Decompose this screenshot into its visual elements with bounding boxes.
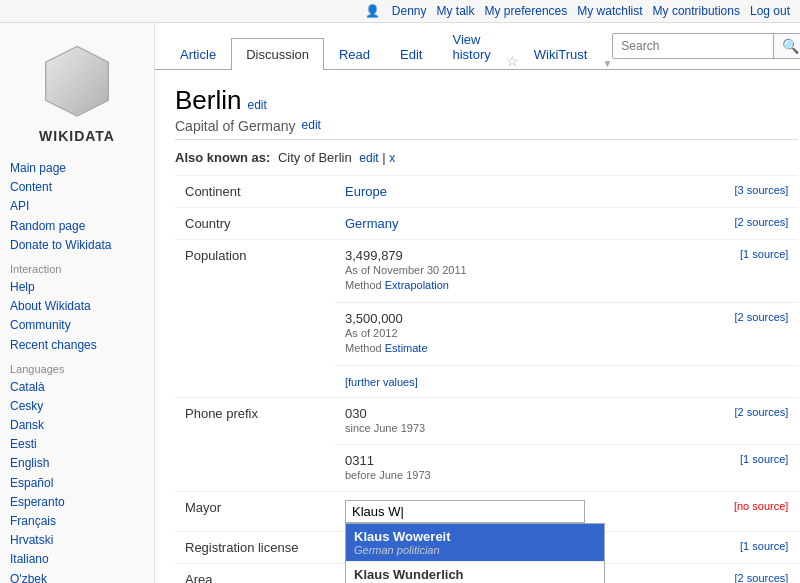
article-subtitle: Capital of Germany edit xyxy=(175,118,798,134)
sidebar-item-espanol[interactable]: Español xyxy=(10,474,144,493)
prop-sources-phone-1[interactable]: [2 sources] xyxy=(695,397,798,444)
sidebar-item-main-page[interactable]: Main page xyxy=(10,159,144,178)
search-input[interactable] xyxy=(613,35,773,57)
country-value[interactable]: Germany xyxy=(345,216,398,231)
phone-value-2: 0311 xyxy=(345,453,685,468)
prop-sources-area[interactable]: [2 sources] xyxy=(695,564,798,583)
sidebar-item-catala[interactable]: Català xyxy=(10,378,144,397)
pop-method-link-1[interactable]: Extrapolation xyxy=(385,279,449,291)
sources-link-phone-2[interactable]: [1 source] xyxy=(740,453,788,465)
sidebar-item-ozbek[interactable]: O'zbek xyxy=(10,570,144,583)
tabs-bar: Article Discussion Read Edit View histor… xyxy=(155,23,800,70)
search-box: 🔍 xyxy=(612,33,800,59)
also-known-label: Also known as: xyxy=(175,150,270,165)
table-row: Phone prefix 030 since June 1973 [2 sour… xyxy=(175,397,798,444)
also-known-edit[interactable]: edit xyxy=(359,151,378,165)
prop-label-mayor: Mayor xyxy=(175,492,335,532)
sidebar-item-english[interactable]: English xyxy=(10,454,144,473)
tab-discussion[interactable]: Discussion xyxy=(231,38,324,70)
sidebar-item-francais[interactable]: Français xyxy=(10,512,144,531)
sources-link-area[interactable]: [2 sources] xyxy=(735,572,789,583)
topbar: 👤 Denny My talk My preferences My watchl… xyxy=(0,0,800,23)
sidebar-item-italiano[interactable]: Italiano xyxy=(10,550,144,569)
sources-link-country[interactable]: [2 sources] xyxy=(735,216,789,228)
article: Berlin edit Capital of Germany edit Also… xyxy=(155,70,800,583)
svg-marker-0 xyxy=(46,46,109,116)
sidebar-item-help[interactable]: Help xyxy=(10,278,144,297)
prop-label-area: Area xyxy=(175,564,335,583)
also-known-remove[interactable]: x xyxy=(389,151,395,165)
pop-method-label-1: Method Extrapolation xyxy=(345,278,685,293)
sidebar-item-content[interactable]: Content xyxy=(10,178,144,197)
sidebar-item-cesky[interactable]: Cesky xyxy=(10,397,144,416)
table-row: Continent Europe [3 sources] xyxy=(175,176,798,208)
prop-value-phone-1: 030 since June 1973 xyxy=(335,397,695,444)
phone-value-1: 030 xyxy=(345,406,685,421)
dropdown-icon[interactable]: ▼ xyxy=(602,58,612,69)
pop-date-2: As of 2012 xyxy=(345,326,685,341)
prop-sources-pop-1[interactable]: [1 source] xyxy=(695,240,798,303)
prop-sources-continent[interactable]: [3 sources] xyxy=(695,176,798,208)
prop-label-reg: Registration license xyxy=(175,532,335,564)
search-button[interactable]: 🔍 xyxy=(773,34,800,58)
wikidata-title: WIKIDATA xyxy=(39,128,115,144)
sidebar-item-donate[interactable]: Donate to Wikidata xyxy=(10,236,144,255)
username-link[interactable]: Denny xyxy=(392,4,427,18)
prop-label-continent: Continent xyxy=(175,176,335,208)
log-out-link[interactable]: Log out xyxy=(750,4,790,18)
prop-value-mayor: Klaus Wowereit German politician Klaus W… xyxy=(335,492,695,532)
prop-value-population-2: 3,500,000 As of 2012 Method Estimate xyxy=(335,302,695,365)
my-contributions-link[interactable]: My contributions xyxy=(653,4,740,18)
article-title: Berlin edit xyxy=(175,85,798,116)
sidebar-item-random-page[interactable]: Random page xyxy=(10,217,144,236)
sidebar-item-dansk[interactable]: Dansk xyxy=(10,416,144,435)
my-watchlist-link[interactable]: My watchlist xyxy=(577,4,642,18)
tab-wikitrust[interactable]: WikiTrust xyxy=(519,38,603,70)
article-subtitle-edit[interactable]: edit xyxy=(302,118,321,134)
tab-edit[interactable]: Edit xyxy=(385,38,437,70)
languages-title: Languages xyxy=(10,363,144,375)
main-content: Article Discussion Read Edit View histor… xyxy=(155,23,800,583)
sources-link-phone-1[interactable]: [2 sources] xyxy=(735,406,789,418)
sidebar-item-api[interactable]: API xyxy=(10,197,144,216)
article-title-edit[interactable]: edit xyxy=(247,98,266,112)
pop-value-2: 3,500,000 xyxy=(345,311,685,326)
wikidata-logo xyxy=(37,43,117,123)
prop-sources-pop-2[interactable]: [2 sources] xyxy=(695,302,798,365)
sidebar-item-recent-changes[interactable]: Recent changes xyxy=(10,336,144,355)
sidebar-item-community[interactable]: Community xyxy=(10,316,144,335)
tab-article[interactable]: Article xyxy=(165,38,231,70)
table-row: Population 3,499,879 As of November 30 2… xyxy=(175,240,798,303)
sources-link-reg[interactable]: [1 source] xyxy=(740,540,788,552)
my-talk-link[interactable]: My talk xyxy=(437,4,475,18)
tab-read[interactable]: Read xyxy=(324,38,385,70)
mayor-input[interactable] xyxy=(345,500,585,523)
sources-link-pop-1[interactable]: [1 source] xyxy=(740,248,788,260)
sources-link-continent[interactable]: [3 sources] xyxy=(735,184,789,196)
autocomplete-item-1[interactable]: Klaus Wunderlich German musician xyxy=(346,562,604,583)
logo-area: WIKIDATA xyxy=(0,33,154,154)
sidebar-item-hrvatski[interactable]: Hrvatski xyxy=(10,531,144,550)
further-values-link[interactable]: [further values] xyxy=(345,376,418,388)
sidebar-item-eesti[interactable]: Eesti xyxy=(10,435,144,454)
autocomplete-item-0[interactable]: Klaus Wowereit German politician xyxy=(346,524,604,562)
sidebar-item-esperanto[interactable]: Esperanto xyxy=(10,493,144,512)
prop-value-country: Germany xyxy=(335,208,695,240)
prop-sources-country[interactable]: [2 sources] xyxy=(695,208,798,240)
prop-value-population-1: 3,499,879 As of November 30 2011 Method … xyxy=(335,240,695,303)
title-divider xyxy=(175,139,798,140)
prop-sources-phone-2[interactable]: [1 source] xyxy=(695,444,798,491)
prop-value-phone-2: 0311 before June 1973 xyxy=(335,444,695,491)
tabs-left: Article Discussion Read Edit View histor… xyxy=(165,23,612,69)
article-subtitle-text: Capital of Germany xyxy=(175,118,296,134)
pop-method-link-2[interactable]: Estimate xyxy=(385,342,428,354)
prop-sources-mayor[interactable]: [no source] xyxy=(695,492,798,532)
prop-sources-reg[interactable]: [1 source] xyxy=(695,532,798,564)
interaction-title: Interaction xyxy=(10,263,144,275)
sources-link-pop-2[interactable]: [2 sources] xyxy=(735,311,789,323)
tab-view-history[interactable]: View history xyxy=(437,23,505,70)
my-preferences-link[interactable]: My preferences xyxy=(485,4,568,18)
star-icon[interactable]: ☆ xyxy=(506,53,519,69)
continent-value[interactable]: Europe xyxy=(345,184,387,199)
sidebar-item-about[interactable]: About Wikidata xyxy=(10,297,144,316)
